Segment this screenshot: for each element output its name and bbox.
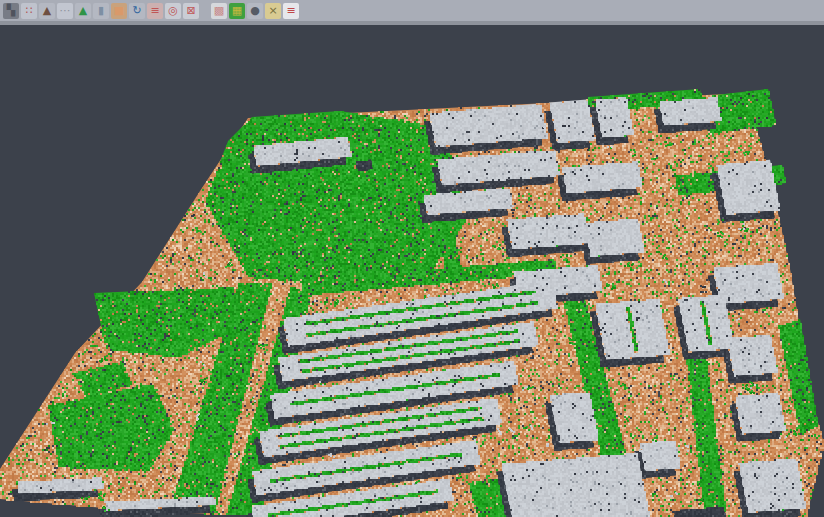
application-window: ▚∷▲⋯▲▮■↻≡◎⊠▩▦●×≡: [0, 0, 824, 517]
orange-swatch-icon[interactable]: ■: [111, 3, 127, 19]
classified-raster-icon[interactable]: ▦: [229, 3, 245, 19]
red-list-icon[interactable]: ≡: [147, 3, 163, 19]
viewport-container: [0, 25, 824, 517]
camera-icon[interactable]: ●: [247, 3, 263, 19]
column-icon[interactable]: ▮: [93, 3, 109, 19]
dithered-grid-icon[interactable]: ▩: [211, 3, 227, 19]
sparse-points-icon[interactable]: ⋯: [57, 3, 73, 19]
clipping-box-icon[interactable]: ⊠: [183, 3, 199, 19]
target-ring-icon[interactable]: ◎: [165, 3, 181, 19]
globe-refresh-icon[interactable]: ↻: [129, 3, 145, 19]
mountain-terrain-icon[interactable]: ▲: [39, 3, 55, 19]
3d-point-cloud-viewport[interactable]: [0, 25, 824, 517]
green-hill-icon[interactable]: ▲: [75, 3, 91, 19]
yellow-box-icon[interactable]: ×: [265, 3, 281, 19]
red-stripes-icon[interactable]: ≡: [283, 3, 299, 19]
point-cloud-icon[interactable]: ▚: [3, 3, 19, 19]
classified-points-icon[interactable]: ∷: [21, 3, 37, 19]
main-toolbar: ▚∷▲⋯▲▮■↻≡◎⊠▩▦●×≡: [0, 0, 824, 25]
